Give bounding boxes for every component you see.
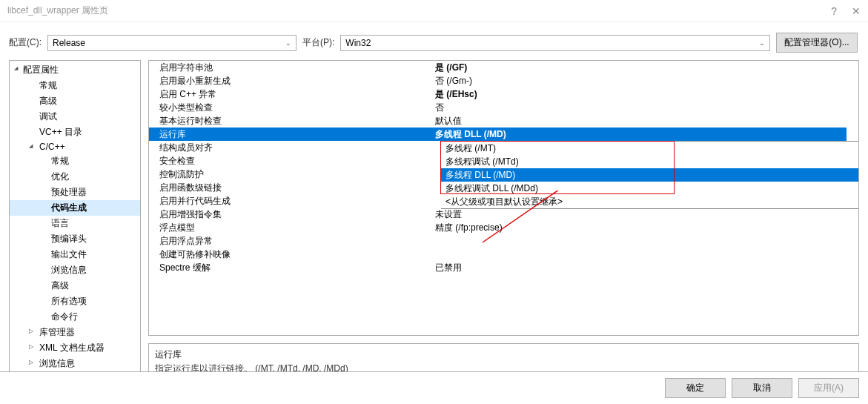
property-label: 安全检查 — [149, 154, 431, 168]
dropdown-option[interactable]: 多线程 (/MT) — [441, 142, 858, 155]
tree-item[interactable]: 常规 — [10, 78, 140, 93]
dropdown-option[interactable]: 多线程 DLL (/MD) — [441, 168, 858, 182]
tree-item[interactable]: 浏览信息 — [10, 262, 140, 278]
grid-row[interactable]: 启用增强指令集未设置 — [149, 208, 858, 221]
tree-item[interactable]: 浏览信息 — [10, 356, 140, 371]
platform-value: Win32 — [345, 38, 371, 48]
tree-item[interactable]: XML 文档生成器 — [10, 340, 140, 356]
property-label: 启用增强指令集 — [149, 208, 431, 221]
grid-row[interactable]: 启用 C++ 异常是 (/EHsc) — [149, 87, 858, 101]
config-label: 配置(C): — [9, 36, 42, 49]
config-manager-button[interactable]: 配置管理器(O)... — [776, 33, 857, 53]
tree-item[interactable]: 调试 — [10, 109, 140, 125]
property-label: 结构成员对齐 — [149, 141, 431, 154]
tree-item[interactable]: 配置属性 — [10, 62, 140, 78]
property-value[interactable] — [431, 248, 858, 261]
grid-row[interactable]: 启用最小重新生成否 (/Gm-) — [149, 74, 858, 87]
property-value[interactable]: 多线程 DLL (/MD) — [431, 128, 858, 141]
tree-item[interactable]: VC++ 目录 — [10, 125, 140, 140]
property-label: 创建可热修补映像 — [149, 248, 431, 261]
titlebar: libcef_dll_wrapper 属性页 ? ✕ — [0, 0, 868, 22]
property-label: 控制流防护 — [149, 168, 431, 181]
tree-item[interactable]: 预编译头 — [10, 231, 140, 247]
property-value[interactable]: 默认值 — [431, 114, 858, 128]
tree-view[interactable]: 配置属性常规高级调试VC++ 目录C/C++常规优化预处理器代码生成语言预编译头… — [9, 60, 141, 379]
property-label: 较小类型检查 — [149, 101, 431, 114]
tree-item[interactable]: 输出文件 — [10, 247, 140, 262]
tree-item[interactable]: C/C++ — [10, 140, 140, 153]
property-label: 启用并行代码生成 — [149, 194, 431, 208]
property-value[interactable]: 否 — [431, 101, 858, 114]
help-button[interactable]: ? — [831, 5, 837, 17]
tree-item[interactable]: 预处理器 — [10, 185, 140, 200]
tree-item[interactable]: 常规 — [10, 153, 140, 169]
ok-button[interactable]: 确定 — [665, 378, 726, 398]
config-value: Release — [53, 38, 85, 48]
toolbar: 配置(C): Release ⌄ 平台(P): Win32 ⌄ 配置管理器(O)… — [0, 22, 868, 53]
window-title: libcef_dll_wrapper 属性页 — [7, 4, 831, 17]
grid-row[interactable]: 创建可热修补映像 — [149, 248, 858, 261]
property-label: 基本运行时检查 — [149, 114, 431, 128]
property-label: 浮点模型 — [149, 221, 431, 234]
tree-item[interactable]: 代码生成 — [10, 200, 140, 216]
grid-row[interactable]: 基本运行时检查默认值 — [149, 114, 858, 128]
property-label: 运行库 — [149, 128, 431, 141]
runtime-lib-dropdown-list[interactable]: 多线程 (/MT)多线程调试 (/MTd)多线程 DLL (/MD)多线程调试 … — [441, 141, 858, 209]
grid-row[interactable]: Spectre 缓解已禁用 — [149, 261, 858, 274]
dropdown-option[interactable]: 多线程调试 (/MTd) — [441, 155, 858, 168]
grid-row[interactable]: 运行库多线程 DLL (/MD) — [149, 128, 858, 141]
dropdown-option[interactable]: 多线程调试 DLL (/MDd) — [441, 182, 858, 195]
property-label: 启用浮点异常 — [149, 234, 431, 248]
property-label: 启用 C++ 异常 — [149, 87, 431, 101]
grid-row[interactable]: 启用浮点异常 — [149, 234, 858, 248]
property-label: 启用函数级链接 — [149, 181, 431, 194]
tree-item[interactable]: 库管理器 — [10, 325, 140, 340]
grid-row[interactable]: 浮点模型精度 (/fp:precise) — [149, 221, 858, 234]
dropdown-option[interactable]: <从父级或项目默认设置继承> — [441, 195, 858, 208]
property-value[interactable]: 是 (/GF) — [431, 61, 858, 74]
chevron-down-icon: ⌄ — [759, 39, 765, 47]
cancel-button[interactable]: 取消 — [732, 378, 792, 398]
config-dropdown[interactable]: Release ⌄ — [47, 35, 296, 51]
property-value[interactable] — [431, 234, 858, 248]
desc-label: 运行库 — [155, 348, 852, 361]
platform-label: 平台(P): — [302, 36, 334, 49]
tree-item[interactable]: 语言 — [10, 216, 140, 231]
property-value[interactable]: 精度 (/fp:precise) — [431, 221, 858, 234]
property-grid[interactable]: 启用字符串池是 (/GF)启用最小重新生成否 (/Gm-)启用 C++ 异常是 … — [148, 60, 859, 336]
close-button[interactable]: ✕ — [852, 5, 861, 17]
property-label: Spectre 缓解 — [149, 261, 431, 274]
grid-row[interactable]: 启用字符串池是 (/GF) — [149, 61, 858, 74]
tree-item[interactable]: 高级 — [10, 93, 140, 109]
platform-dropdown[interactable]: Win32 ⌄ — [340, 35, 770, 51]
tree-item[interactable]: 所有选项 — [10, 294, 140, 309]
property-value[interactable]: 已禁用 — [431, 261, 858, 274]
chevron-down-icon: ⌄ — [285, 39, 291, 47]
property-value[interactable]: 是 (/EHsc) — [431, 87, 858, 101]
property-value[interactable]: 否 (/Gm-) — [431, 74, 858, 87]
apply-button[interactable]: 应用(A) — [798, 378, 859, 398]
property-value[interactable]: 未设置 — [431, 208, 858, 221]
tree-item[interactable]: 命令行 — [10, 309, 140, 325]
grid-row[interactable]: 较小类型检查否 — [149, 101, 858, 114]
tree-item[interactable]: 优化 — [10, 169, 140, 185]
property-label: 启用字符串池 — [149, 61, 431, 74]
footer: 确定 取消 应用(A) — [0, 371, 868, 404]
tree-item[interactable]: 高级 — [10, 278, 140, 294]
property-label: 启用最小重新生成 — [149, 74, 431, 87]
